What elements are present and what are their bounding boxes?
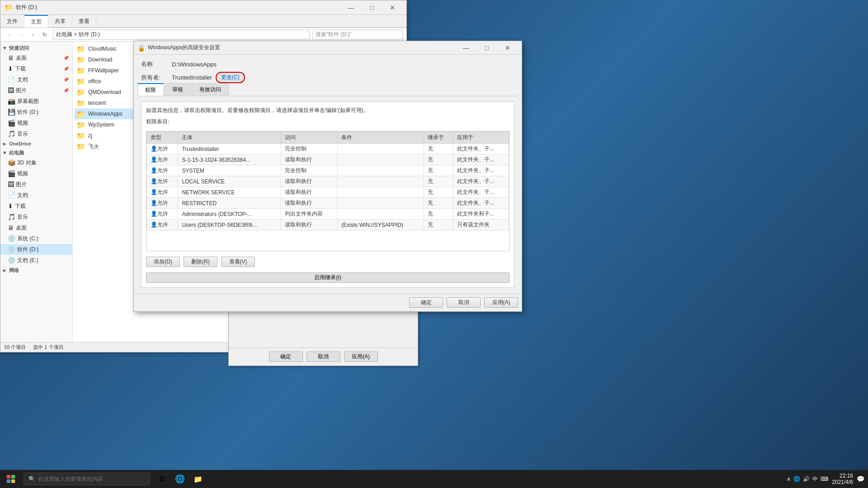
perms-label: 权限条目:	[146, 118, 509, 126]
taskbar-search[interactable]: 🔍	[24, 473, 150, 485]
clock-time: 22:16	[832, 473, 853, 479]
start-button[interactable]	[0, 470, 22, 488]
table-row[interactable]: 👤允许 TrustedInstaller 完全控制 无 此文件夹、子...	[147, 144, 509, 155]
folder-icon: 📁	[76, 99, 85, 108]
back-button[interactable]: ←	[4, 29, 15, 40]
explorer-window-icon: 📁	[4, 3, 13, 12]
sidebar-item-docs[interactable]: 📄 文档 📌	[0, 74, 72, 85]
ok-button[interactable]: 确定	[409, 297, 443, 308]
maximize-button[interactable]: □	[361, 0, 382, 15]
remove-button[interactable]: 删除(R)	[184, 257, 217, 267]
view-button[interactable]: 查看(V)	[221, 257, 255, 267]
forward-button[interactable]: →	[16, 29, 27, 40]
back-cancel-button[interactable]: 取消	[307, 352, 340, 362]
row-icon: 👤	[151, 145, 157, 152]
table-row[interactable]: 👤允许 NETWORK SERVICE 读取和执行 无 此文件夹、子...	[147, 187, 509, 198]
row-icon: 👤	[151, 178, 157, 184]
tab-file[interactable]: 文件	[0, 15, 24, 28]
sidebar-item-downloads[interactable]: ⬇ 下载 📌	[0, 63, 72, 74]
cancel-button[interactable]: 取消	[447, 297, 481, 308]
logo-cell-tl	[7, 475, 10, 479]
back-ok-button[interactable]: 确定	[269, 352, 303, 362]
table-row[interactable]: 👤允许 Administrators (DESKTOP-... 列出文件夹内容 …	[147, 209, 509, 220]
back-dialog-buttons: 确定 取消 应用(A)	[229, 347, 418, 366]
up-button[interactable]: ↑	[28, 29, 38, 40]
sidebar-item-pics-pc[interactable]: 🖼 图片	[0, 179, 72, 190]
quick-access-header[interactable]: ▼ 快速访问	[0, 43, 72, 52]
back-security-dialog: 确定 取消 应用(A)	[228, 307, 418, 366]
row-icon: 👤	[151, 189, 157, 195]
tab-share[interactable]: 共享	[48, 15, 72, 28]
back-apply-button[interactable]: 应用(A)	[344, 352, 378, 362]
enable-inherit-button[interactable]: 启用继承(I)	[146, 272, 509, 283]
taskview-button[interactable]: ⧉	[154, 471, 170, 487]
search-box[interactable]: 搜索"软件 (D:)"	[312, 30, 403, 40]
sidebar-item-desktop-pc[interactable]: 🖥 桌面	[0, 222, 72, 233]
table-row[interactable]: 👤允许 RESTRICTED 读取和执行 无 此文件夹、子...	[147, 198, 509, 209]
tab-home[interactable]: 主页	[24, 15, 48, 28]
sidebar-item-docs-pc[interactable]: 📄 文档	[0, 190, 72, 201]
tab-audit[interactable]: 审核	[165, 83, 191, 96]
tab-view[interactable]: 查看	[72, 15, 96, 28]
dl-pc-icon: ⬇	[8, 202, 13, 210]
row-icon: 👤	[151, 200, 157, 206]
dialog-title: WindowsApps的高级安全设置	[148, 44, 456, 52]
dialog-minimize-button[interactable]: —	[456, 42, 476, 54]
logo-cell-tr	[11, 475, 15, 479]
edge-browser-button[interactable]: 🌐	[172, 471, 188, 487]
pin-icon-doc: 📌	[63, 77, 69, 82]
folder-icon: 📁	[76, 110, 85, 118]
table-row[interactable]: 👤允许 S-1-15-3-1024-363528384... 读取和执行 无 此…	[147, 155, 509, 165]
taskbar-app-icons: ⧉ 🌐 📁	[154, 471, 206, 487]
address-path[interactable]: 此电脑 > 软件 (D:)	[53, 30, 310, 40]
tab-effective-access[interactable]: 有效访问	[192, 83, 229, 96]
taskbar-search-input[interactable]	[38, 476, 137, 482]
sidebar-item-music-pc[interactable]: 🎵 音乐	[0, 211, 72, 222]
add-button[interactable]: 添加(D)	[146, 257, 180, 267]
refresh-button[interactable]: ↻	[39, 29, 50, 40]
sidebar-item-screenshots[interactable]: 📸 屏幕截图	[0, 96, 72, 107]
sidebar-item-music-qa[interactable]: 🎵 音乐	[0, 128, 72, 139]
dialog-maximize-button[interactable]: □	[476, 42, 497, 54]
quick-access-label: 快速访问	[9, 45, 29, 52]
permissions-table-container: 类型 主体 访问 条件 继承于 应用于 👤允许 Trusted	[146, 131, 509, 251]
taskbar-clock[interactable]: 22:16 2021/4/6	[832, 473, 853, 485]
desktop-pc-icon: 🖥	[8, 224, 14, 231]
sidebar-item-dl-pc[interactable]: ⬇ 下载	[0, 201, 72, 211]
sidebar-item-desktop[interactable]: 🖥 桌面 📌	[0, 52, 72, 63]
close-button[interactable]: ✕	[382, 0, 403, 15]
explorer-titlebar: 📁 软件 (D:) — □ ✕	[0, 0, 406, 15]
sidebar-item-video-pc[interactable]: 🎬 视频	[0, 168, 72, 179]
ribbon: 文件 主页 共享 查看	[0, 15, 406, 28]
network-header[interactable]: ► 网络	[0, 266, 72, 275]
tab-permissions[interactable]: 权限	[137, 83, 164, 96]
thispc-header[interactable]: ▼ 此电脑	[0, 148, 72, 157]
change-owner-button[interactable]: 更改(C)	[216, 72, 245, 83]
dialog-close-button[interactable]: ✕	[497, 42, 518, 54]
pics-pc-icon: 🖼	[8, 181, 14, 188]
pin-icon-dl: 📌	[63, 66, 69, 71]
info-text: 如需其他信息，请双击权限项目。若要修改权限项目，请选择该项目并单击'编辑'(如果…	[146, 107, 509, 114]
onedrive-arrow: ►	[2, 141, 7, 146]
onedrive-header[interactable]: ► OneDrive	[0, 139, 72, 148]
dialog-bottom-buttons: 确定 取消 应用(A)	[134, 293, 522, 311]
sidebar-item-video-qa[interactable]: 🎬 视频	[0, 117, 72, 128]
table-row[interactable]: 👤允许 Users (DESKTOP-S6DE3R9\... 读取和执行 (Ex…	[147, 220, 509, 230]
logo-cell-bl	[7, 479, 10, 483]
sidebar-item-pics[interactable]: 🖼 图片 📌	[0, 85, 72, 96]
owner-label: 所有者:	[141, 74, 168, 82]
music-pc-icon: 🎵	[8, 213, 15, 221]
explorer-taskbar-button[interactable]: 📁	[190, 471, 206, 487]
sidebar-item-c-drive[interactable]: 💿 系统 (C:)	[0, 233, 72, 244]
tray-expand-button[interactable]: ∧	[787, 476, 791, 482]
sidebar-item-software-d[interactable]: 💾 软件 (D:)	[0, 107, 72, 117]
sidebar-item-e-drive[interactable]: 💿 文档 (E:)	[0, 255, 72, 266]
apply-button[interactable]: 应用(A)	[484, 297, 518, 308]
sidebar-item-3d[interactable]: 📦 3D 对象	[0, 157, 72, 168]
desktop-icon: 🖥	[8, 54, 14, 61]
table-row[interactable]: 👤允许 LOCAL SERVICE 读取和执行 无 此文件夹、子...	[147, 176, 509, 187]
sidebar-item-d-drive[interactable]: 💿 软件 (D:)	[0, 244, 72, 255]
minimize-button[interactable]: —	[340, 0, 361, 15]
notification-button[interactable]: 💬	[857, 475, 864, 483]
table-row[interactable]: 👤允许 SYSTEM 完全控制 无 此文件夹、子...	[147, 165, 509, 176]
